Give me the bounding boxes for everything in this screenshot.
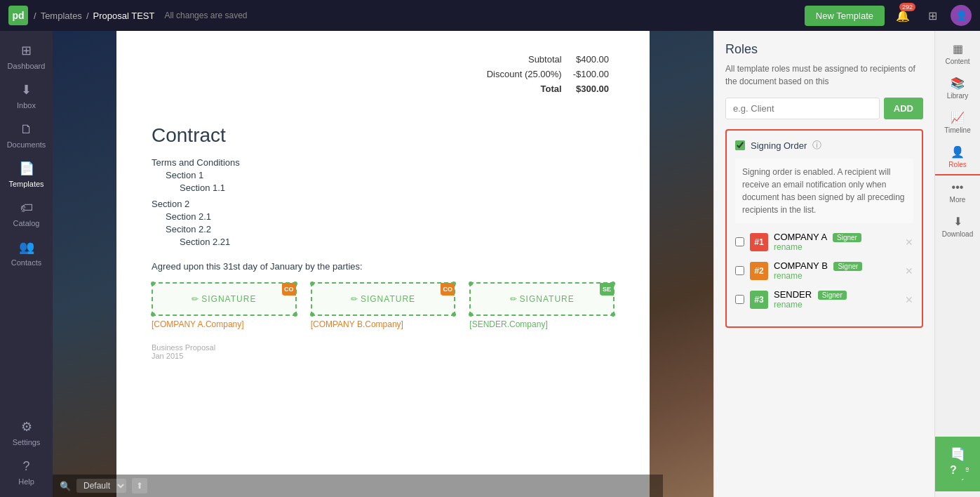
document-page: Subtotal $400.00 Discount (25.00%) -$100… <box>116 31 650 497</box>
sidebar-item-templates[interactable]: 📄 Templates <box>0 154 53 194</box>
more-icon: ••• <box>952 181 964 194</box>
timeline-icon: 📈 <box>951 111 965 124</box>
signing-order-checkbox[interactable] <box>735 140 745 150</box>
role-info-2: COMPANY B Signer rename <box>774 260 897 281</box>
app-logo[interactable]: pd <box>8 6 28 25</box>
toc-heading: Terms and Conditions <box>152 157 240 168</box>
role-num-2: #2 <box>750 262 768 280</box>
sidebar-item-documents[interactable]: 🗋 Documents <box>0 115 53 154</box>
role-delete-1[interactable]: ✕ <box>905 237 913 248</box>
sidebar-item-label: Settings <box>13 438 41 446</box>
sidebar-item-label: Inbox <box>17 101 36 110</box>
section-1: Section 1 <box>166 170 615 180</box>
section-1-1: Section 1.1 <box>180 183 615 193</box>
add-role-button[interactable]: ADD <box>884 98 923 119</box>
roles-icon: 👤 <box>951 145 965 159</box>
sidebar-item-help[interactable]: ? Help <box>0 452 53 491</box>
search-icon: 🔍 <box>60 481 71 491</box>
right-sidebar-timeline[interactable]: 📈 Timeline <box>935 105 980 140</box>
footer-title: Business Proposal <box>152 343 615 352</box>
role-delete-2[interactable]: ✕ <box>905 265 913 277</box>
role-item-1: #1 COMPANY A Signer rename ✕ <box>735 232 913 252</box>
role-2-checkbox[interactable] <box>735 266 744 275</box>
sig-label-3: [SENDER.Company] <box>469 319 615 329</box>
signature-block-2: CO ✏ SIGNATURE [COMPANY B.Company] <box>311 282 456 329</box>
signing-order-box: Signing Order ⓘ Signing order is enabled… <box>725 129 923 328</box>
sidebar-item-settings[interactable]: ⚙ Settings <box>0 413 53 452</box>
role-badge-co-1: CO <box>282 283 296 296</box>
discount-value: -$100.00 <box>568 67 615 81</box>
role-item-3: #3 SENDER Signer rename ✕ <box>735 289 913 310</box>
role-name-input[interactable] <box>725 98 880 119</box>
breadcrumb: / Templates / Proposal TEST All changes … <box>34 11 248 21</box>
right-sidebar-download[interactable]: ⬇ Download <box>935 209 980 244</box>
new-template-button[interactable]: New Template <box>805 6 885 26</box>
role-badge-se: SE <box>600 283 614 296</box>
role-delete-3[interactable]: ✕ <box>905 294 913 305</box>
signing-order-header: Signing Order ⓘ <box>735 139 913 152</box>
role-num-1: #1 <box>750 233 768 251</box>
catalog-icon: 🏷 <box>18 199 35 216</box>
main-layout: Subtotal $400.00 Discount (25.00%) -$100… <box>53 31 980 497</box>
sig-block-company-a[interactable]: CO ✏ SIGNATURE <box>152 282 297 316</box>
subtotal-value: $400.00 <box>568 52 615 67</box>
sidebar-item-label: Contacts <box>11 258 41 267</box>
sidebar-item-inbox[interactable]: ⬇ Inbox <box>0 76 53 115</box>
download-label: Download <box>942 230 973 238</box>
subtotal-label: Subtotal <box>481 52 568 67</box>
signing-order-label: Signing Order <box>751 140 807 151</box>
right-sidebar-library[interactable]: 📚 Library <box>935 71 980 105</box>
sidebar-item-dashboard[interactable]: ⊞ Dashboard <box>0 37 53 76</box>
sig-block-company-b[interactable]: CO ✏ SIGNATURE <box>311 282 456 316</box>
avatar-icon: 👤 <box>955 10 967 21</box>
roles-label: Roles <box>948 161 967 168</box>
timeline-label: Timeline <box>944 126 970 134</box>
settings-icon: ⚙ <box>18 418 35 435</box>
right-sidebar-roles[interactable]: 👤 Roles <box>935 140 980 175</box>
pricing-table: Subtotal $400.00 Discount (25.00%) -$100… <box>481 52 615 96</box>
signing-order-desc: Signing order is enabled. A recipient wi… <box>735 159 913 223</box>
sig-label-2: [COMPANY B.Company] <box>311 319 456 329</box>
right-sidebar-content[interactable]: ▦ Content <box>935 37 980 71</box>
sig-label-1: [COMPANY A.Company] <box>152 319 297 329</box>
grid-button[interactable]: ⊞ <box>921 4 944 27</box>
sidebar-item-contacts[interactable]: 👥 Contacts <box>0 233 53 272</box>
sig-icon-2: ✏ SIGNATURE <box>323 294 444 304</box>
role-rename-1[interactable]: rename <box>774 242 897 252</box>
sig-block-sender[interactable]: SE ✏ SIGNATURE <box>469 282 615 316</box>
right-sidebar-more[interactable]: ••• More <box>935 175 980 209</box>
toc-section: Terms and Conditions Section 1 Section 1… <box>152 157 615 193</box>
sidebar-item-catalog[interactable]: 🏷 Catalog <box>0 194 53 233</box>
role-badge-signer-2: Signer <box>833 262 862 271</box>
section-2-1: Section 2.1 <box>166 211 615 222</box>
view-selector[interactable]: Default <box>76 479 126 493</box>
inbox-icon: ⬇ <box>18 81 35 98</box>
documents-icon: 🗋 <box>18 121 35 138</box>
notification-button[interactable]: 🔔 292 <box>892 4 914 27</box>
signature-block-1: CO ✏ SIGNATURE [COMPANY A.Company] <box>152 282 297 329</box>
roles-panel: Roles All template roles must be assigne… <box>713 31 934 497</box>
roles-panel-content: Roles All template roles must be assigne… <box>714 31 934 497</box>
sidebar-item-label: Documents <box>7 140 46 149</box>
role-num-3: #3 <box>750 291 768 309</box>
section-2-21: Section 2.21 <box>180 237 615 247</box>
breadcrumb-templates-link[interactable]: Templates <box>41 11 82 21</box>
discount-label: Discount (25.00%) <box>481 67 568 81</box>
role-item-2: #2 COMPANY B Signer rename ✕ <box>735 260 913 281</box>
avatar[interactable]: 👤 <box>951 5 972 26</box>
library-label: Library <box>947 92 969 100</box>
dashboard-icon: ⊞ <box>18 42 35 59</box>
role-1-checkbox[interactable] <box>735 237 744 246</box>
role-info-3: SENDER Signer rename <box>774 289 897 310</box>
section-2-2: Seciton 2.2 <box>166 224 615 234</box>
total-value: $300.00 <box>568 81 615 96</box>
help-icon: ? <box>18 458 35 475</box>
roles-input-row: ADD <box>725 98 923 119</box>
help-button[interactable]: ? <box>941 458 966 483</box>
role-rename-3[interactable]: rename <box>774 300 897 310</box>
sig-icon-3: ✏ SIGNATURE <box>481 294 603 304</box>
role-3-checkbox[interactable] <box>735 295 744 304</box>
upload-button[interactable]: ⬆ <box>132 478 147 493</box>
document-background: Subtotal $400.00 Discount (25.00%) -$100… <box>53 31 713 497</box>
role-rename-2[interactable]: rename <box>774 271 897 281</box>
